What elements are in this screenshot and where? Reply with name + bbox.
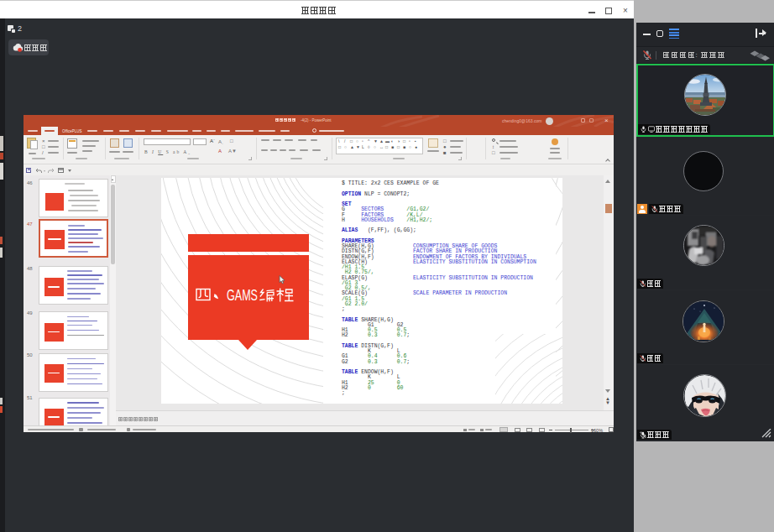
svg-text:GAMS: GAMS bbox=[227, 287, 258, 304]
